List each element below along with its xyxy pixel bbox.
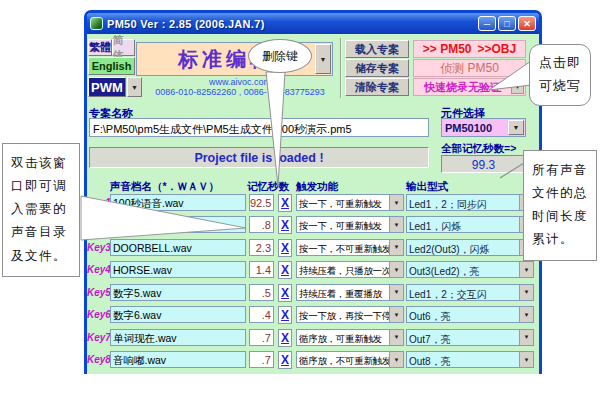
chevron-down-icon[interactable]: ▼: [519, 352, 533, 367]
wav-filename-field[interactable]: DOORBELL.wav: [110, 239, 246, 256]
key-label: Key6: [87, 309, 110, 320]
chevron-down-icon[interactable]: ▼: [519, 307, 533, 322]
english-button[interactable]: English: [88, 57, 135, 75]
output-type-select[interactable]: Led1，2；同步闪 ▼: [406, 194, 534, 211]
device-select[interactable]: PM50100 ▼: [441, 118, 526, 137]
delete-key-button[interactable]: X: [278, 351, 292, 369]
wav-filename-field[interactable]: 音响嘟.wav: [110, 351, 246, 368]
chevron-down-icon[interactable]: ▼: [315, 44, 331, 74]
memory-seconds-field: 92.5: [249, 194, 274, 211]
website-text: www.aivoc.com: [142, 77, 338, 87]
wav-filename-field[interactable]: 数字5.wav: [110, 284, 246, 301]
maximize-button[interactable]: □: [498, 16, 516, 31]
lang-simplified-button[interactable]: 简体: [112, 39, 135, 56]
key-rows: Key1 100秒语音.wav 92.5 X 按一下，可重新触发 ▼ Led1，…: [87, 193, 539, 373]
chevron-down-icon[interactable]: ▼: [519, 285, 533, 300]
delete-key-button[interactable]: X: [278, 261, 292, 279]
chevron-down-icon[interactable]: ▼: [389, 240, 403, 255]
delete-key-button[interactable]: X: [278, 194, 292, 212]
output-type-select[interactable]: Out3(Led2)，亮 ▼: [406, 261, 534, 278]
chevron-down-icon[interactable]: ▼: [519, 330, 533, 345]
output-type-select[interactable]: Led1，闪烁 ▼: [406, 216, 534, 233]
pwm-button[interactable]: PWM: [88, 77, 126, 97]
trigger-function-select[interactable]: 持续压着，重覆播放 ▼: [296, 284, 404, 301]
pwm-dropdown-icon[interactable]: ▼: [127, 77, 142, 97]
output-type-value: Out3(Led2)，亮: [407, 262, 519, 277]
trigger-function-select[interactable]: 按一下，不可重新触发 ▼: [296, 239, 404, 256]
compile-buttons[interactable]: >> PM50 >>OBJ: [413, 40, 526, 58]
delete-key-button[interactable]: X: [278, 216, 292, 234]
load-project-button[interactable]: 载入专案: [345, 40, 409, 58]
wav-filename-field[interactable]: [110, 216, 246, 233]
delete-key-button[interactable]: X: [278, 329, 292, 347]
trigger-function-select[interactable]: 循序放，可重新触发 ▼: [296, 329, 404, 346]
output-type-select[interactable]: Out8，亮 ▼: [406, 351, 534, 368]
table-row: Key4 HORSE.wav 1.4 X 持续压着，只播放一次 ▼ Out3(L…: [87, 260, 539, 282]
delete-key-button[interactable]: X: [278, 306, 292, 324]
memory-seconds-field: .7: [249, 351, 274, 368]
column-header-seconds: 记忆秒数: [247, 180, 289, 194]
total-seconds-value: 99.3: [441, 155, 526, 173]
memory-seconds-field: 2.3: [249, 239, 274, 256]
output-type-select[interactable]: Led2(Out3)，闪烁 ▼: [406, 239, 534, 256]
trigger-function-value: 按一下，可重新触发: [297, 217, 389, 232]
trigger-function-select[interactable]: 按一下放，再按一下停 ▼: [296, 306, 404, 323]
toolbar-divider: [340, 38, 342, 98]
chevron-down-icon[interactable]: ▼: [389, 285, 403, 300]
double-click-note-callout: 双击该窗口即可调入需要的声音目录及文件。: [2, 143, 80, 277]
lang-traditional-button[interactable]: 繁體: [88, 39, 112, 56]
table-row: Key7 单词现在.wav .7 X 循序放，可重新触发 ▼ Out7，亮 ▼: [87, 328, 539, 350]
title-bar: PM50 Ver : 2.85 (2006.JAN.7) ─ □ ✕: [87, 13, 539, 34]
trigger-function-select[interactable]: 按一下，可重新触发 ▼: [296, 194, 404, 211]
window-title: PM50 Ver : 2.85 (2006.JAN.7): [107, 18, 265, 30]
output-type-select[interactable]: Out6，亮 ▼: [406, 306, 534, 323]
memory-seconds-field: 1.4: [249, 261, 274, 278]
project-path-field[interactable]: F:\PM50\pm5生成文件\PM5生成文件\100秒演示.pm5: [89, 118, 429, 137]
chevron-down-icon[interactable]: ▼: [389, 307, 403, 322]
screenshot-stage: PM50 Ver : 2.85 (2006.JAN.7) ─ □ ✕ 繁體 简体…: [0, 0, 600, 400]
wav-filename-field[interactable]: HORSE.wav: [110, 261, 246, 278]
key-label: Key4: [87, 264, 110, 275]
delete-key-button[interactable]: X: [278, 284, 292, 302]
clear-project-button[interactable]: 清除专案: [345, 78, 409, 96]
table-row: Key8 音响嘟.wav .7 X 循序放，不可重新触发 ▼ Out8，亮 ▼: [87, 350, 539, 372]
detect-pm50-button[interactable]: 侦测 PM50: [413, 59, 526, 77]
chevron-down-icon[interactable]: ▼: [389, 217, 403, 232]
chevron-down-icon[interactable]: ▼: [511, 80, 524, 94]
trigger-function-select[interactable]: 按一下，可重新触发 ▼: [296, 216, 404, 233]
wav-filename-field[interactable]: 数字6.wav: [110, 306, 246, 323]
memory-seconds-field: .7: [249, 329, 274, 346]
to-obj-button[interactable]: >>OBJ: [478, 42, 517, 56]
close-button[interactable]: ✕: [518, 16, 536, 31]
output-type-select[interactable]: Out7，亮 ▼: [406, 329, 534, 346]
save-project-button[interactable]: 储存专案: [345, 59, 409, 77]
chevron-down-icon[interactable]: ▼: [389, 330, 403, 345]
key-label: Key1: [87, 197, 110, 208]
total-seconds-label: 全部记忆秒数=>: [441, 142, 516, 156]
output-type-select[interactable]: Led1，2；交互闪 ▼: [406, 284, 534, 301]
key-label: Key8: [87, 354, 110, 365]
to-pm50-button[interactable]: >> PM50: [423, 42, 472, 56]
total-time-note-callout: 所有声音文件的总时间长度累计。: [523, 150, 597, 261]
click-burn-callout: 点击即可烧写: [529, 44, 591, 106]
wav-filename-field[interactable]: 100秒语音.wav: [110, 194, 246, 211]
minimize-button[interactable]: ─: [478, 16, 496, 31]
chevron-down-icon[interactable]: ▼: [508, 120, 524, 135]
delete-key-button[interactable]: X: [278, 239, 292, 257]
output-type-value: Led2(Out3)，闪烁: [407, 240, 519, 255]
chevron-down-icon[interactable]: ▼: [389, 195, 403, 210]
burn-mode-select[interactable]: 快速烧录无验证 ▼: [413, 78, 526, 96]
trigger-function-value: 持续压着，重覆播放: [297, 285, 389, 300]
wav-filename-field[interactable]: 单词现在.wav: [110, 329, 246, 346]
trigger-function-select[interactable]: 持续压着，只播放一次 ▼: [296, 261, 404, 278]
chevron-down-icon[interactable]: ▼: [389, 352, 403, 367]
chevron-down-icon[interactable]: ▼: [389, 262, 403, 277]
output-type-value: Out8，亮: [407, 352, 519, 367]
trigger-function-value: 按一下，可重新触发: [297, 195, 389, 210]
chevron-down-icon[interactable]: ▼: [519, 262, 533, 277]
output-type-value: Led1，2；同步闪: [407, 195, 519, 210]
pm50-window: PM50 Ver : 2.85 (2006.JAN.7) ─ □ ✕ 繁體 简体…: [84, 10, 542, 374]
key-label: Key2: [87, 219, 110, 230]
trigger-function-select[interactable]: 循序放，不可重新触发 ▼: [296, 351, 404, 368]
output-type-value: Out7，亮: [407, 330, 519, 345]
